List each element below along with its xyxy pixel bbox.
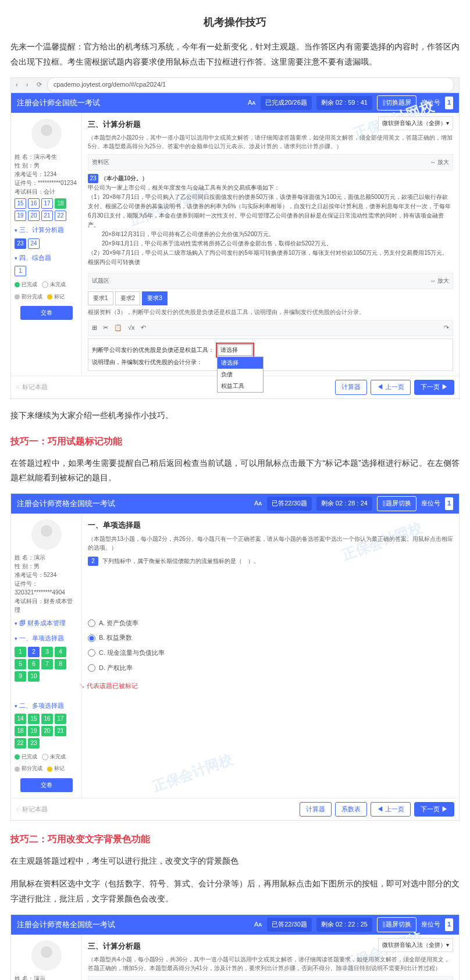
font-size-icon[interactable]: Aᴀ (254, 919, 262, 931)
question-num-16[interactable]: 16 (28, 198, 40, 209)
calculator-button[interactable]: 计算器 (335, 380, 367, 395)
legend-done: 已完成 (15, 752, 37, 761)
dropdown-option[interactable]: 权益工具 (218, 380, 263, 392)
font-size-icon[interactable]: Aᴀ (248, 97, 256, 109)
tab-要求2[interactable]: 要求2 (115, 291, 141, 305)
prev-button[interactable]: ◀ 上一页 (371, 802, 411, 817)
avatar (31, 119, 62, 149)
legend-no: 未完成 (42, 280, 66, 289)
question-num-23[interactable]: 23 (15, 238, 26, 249)
question-type-title: 一、单项选择题 (88, 518, 453, 532)
question-num-17[interactable]: 17 (55, 714, 66, 724)
seat-no: 1 (445, 918, 453, 931)
cand-sex: 性 别：男 (15, 562, 78, 571)
question-num-21[interactable]: 21 (41, 211, 53, 221)
resize-btn[interactable]: ‖题屏切换 (377, 917, 416, 932)
url-field[interactable]: cpademo.joytest.org/demo/#/cpa2024/1 (47, 77, 454, 92)
answer-suffix: 说明理由，并编制发行优先股的会计分录： (92, 359, 202, 365)
ime-selector[interactable]: 微软拼音输入法（全拼）▾ (378, 116, 453, 130)
font-size-icon[interactable]: Aᴀ (254, 498, 262, 509)
screenshot-2: 正保会计网校 正保会计网校 注册会计师资格全国统一考试 Aᴀ 已答22/30题 … (10, 493, 460, 821)
question-num-15[interactable]: 15 (28, 714, 40, 724)
avatar (31, 519, 62, 550)
question-num-10[interactable]: 10 (28, 671, 40, 682)
question-num-22[interactable]: 22 (55, 211, 66, 221)
question-num-5[interactable]: 5 (15, 659, 26, 669)
question-num-19[interactable]: 19 (28, 726, 40, 736)
question-num-3[interactable]: 3 (41, 647, 53, 657)
resize-btn[interactable]: ‖切换题屏 (377, 95, 416, 111)
dropdown-option[interactable]: 请选择 (218, 357, 263, 369)
option-D[interactable]: D. 产权比率 (88, 661, 453, 676)
submit-button[interactable]: 交卷 (20, 306, 73, 320)
answer-dropdown[interactable]: 请选择 请选择负债权益工具 (216, 343, 254, 358)
question-num-17[interactable]: 17 (41, 198, 53, 209)
next-button[interactable]: 下一页 ▶ (414, 802, 454, 817)
question-num-23[interactable]: 23 (28, 738, 40, 749)
sec-multi-label[interactable]: 二、多项选择题 (15, 700, 78, 712)
seat-label: 座位号 (421, 498, 440, 509)
option-A[interactable]: A. 资产负债率 (88, 616, 453, 631)
question-num-16[interactable]: 16 (41, 714, 53, 724)
cand-subj: 考试科目：财务成本管理 (15, 597, 78, 614)
question-num-1[interactable]: 1 (15, 647, 26, 657)
cand-idno: 证件号：**********01234 (15, 179, 78, 187)
resize-btn[interactable]: ‖题屏切换 (377, 496, 416, 511)
question-num-19[interactable]: 19 (15, 211, 26, 221)
question-num-6[interactable]: 6 (28, 659, 40, 669)
question-num-4[interactable]: 4 (55, 647, 66, 657)
legend-done: 已完成 (15, 280, 37, 289)
calculator-button[interactable]: 计算器 (300, 802, 332, 817)
seat-label: 座位号 (421, 919, 440, 931)
exam-title: 注册会计师全国统一考试 (17, 96, 100, 109)
option-B[interactable]: B. 权益乘数 (88, 630, 453, 646)
question-num-18[interactable]: 18 (15, 726, 26, 736)
avatar (31, 940, 62, 971)
seat-no: 1 (445, 97, 453, 109)
question-num-7[interactable]: 7 (41, 659, 53, 669)
exam-title: 注册会计师资格全国统一考试 (17, 497, 115, 510)
sec-single-label[interactable]: 一、单项选择题 (15, 633, 78, 644)
question-text: 下列指标中，属于衡量长期偿债能力的流量指标的是（ ）。 (102, 558, 259, 564)
progress-badge: 已答22/30题 (267, 497, 312, 511)
question-num-9[interactable]: 9 (15, 671, 26, 682)
tip1-body: 在答题过程中，如果考生需要提醒自己稍后返回检查当前试题，可以用鼠标点击最下方“标… (10, 456, 460, 485)
ime-selector[interactable]: 微软拼音输入法（全拼）▾ (378, 938, 453, 952)
material-line: 20×8年12月31日，甲公司持有乙公司债券的公允价值为5200万元。 (88, 231, 275, 237)
sec-calc-label[interactable]: 三、计算分析题 (15, 224, 78, 236)
sec-comp-label[interactable]: 四、综合题 (15, 252, 78, 264)
question-num-21[interactable]: 21 (55, 726, 66, 736)
question-num-15[interactable]: 15 (15, 198, 26, 209)
prev-button[interactable]: ◀ 上一页 (371, 380, 411, 395)
question-num-1[interactable]: 1 (15, 266, 26, 276)
legend-half: 部分完成 (15, 764, 42, 773)
tab-要求3[interactable]: 要求3 (142, 291, 168, 305)
cand-id: 准考证号：1234 (15, 170, 78, 179)
question-num-24[interactable]: 24 (28, 238, 40, 249)
dropdown-option[interactable]: 负债 (218, 369, 263, 380)
timer-badge: 剩余 02 : 22 : 25 (316, 918, 372, 932)
nav-subject[interactable]: 🗐 财务成本管理 (15, 618, 78, 629)
option-C[interactable]: C. 现金流量与负债比率 (88, 646, 453, 661)
question-num-20[interactable]: 20 (41, 726, 53, 736)
q-number: 2 (88, 557, 98, 566)
mark-question[interactable]: 标记本题 (22, 804, 48, 815)
submit-button[interactable]: 交卷 (20, 778, 73, 792)
tip1-title: 技巧一：巧用试题标记功能 (10, 433, 460, 450)
question-num-8[interactable]: 8 (55, 659, 66, 669)
reload-icon: ⟳ (37, 79, 47, 91)
next-button[interactable]: 下一页 ▶ (414, 380, 454, 395)
question-num-20[interactable]: 20 (28, 211, 40, 221)
question-num-2[interactable]: 2 (28, 647, 40, 657)
tab-要求1[interactable]: 要求1 (88, 291, 113, 305)
coef-button[interactable]: 系数表 (335, 802, 367, 817)
mark-question[interactable]: 标记本题 (22, 382, 48, 393)
expand-btn[interactable]: ↔ 放大 (430, 276, 449, 286)
expand-btn[interactable]: ↔ 放大 (430, 157, 449, 168)
question-num-18[interactable]: 18 (55, 198, 66, 209)
legend-mark: 标记 (47, 292, 65, 301)
question-num-14[interactable]: 14 (15, 714, 26, 724)
editor-toolbar[interactable]: ⊞✂📋√x↶↷ (88, 320, 453, 336)
tip2-body2: 用鼠标在资料区选中文字（包括数字、符号、算式、会计分录等）后，再用鼠标点击如下图… (10, 876, 460, 906)
question-num-22[interactable]: 22 (15, 738, 26, 749)
